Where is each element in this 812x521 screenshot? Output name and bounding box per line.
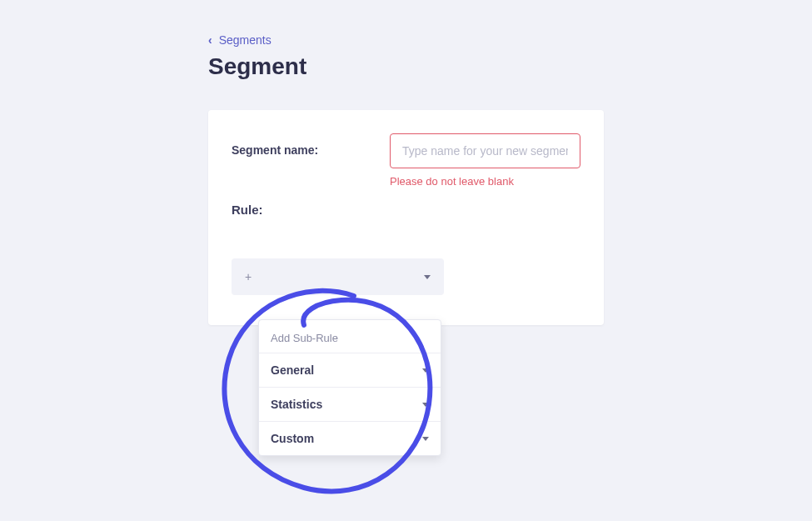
caret-down-icon (422, 403, 429, 407)
segment-name-input[interactable] (390, 133, 580, 168)
dropdown-item-statistics[interactable]: Statistics (259, 387, 441, 421)
chevron-left-icon: ‹ (208, 33, 212, 47)
caret-down-icon (422, 368, 429, 373)
dropdown-item-custom[interactable]: Custom (259, 421, 441, 455)
rule-label: Rule: (232, 203, 580, 217)
dropdown-header: Add Sub-Rule (259, 320, 441, 353)
dropdown-item-general[interactable]: General (259, 353, 441, 387)
breadcrumb-label: Segments (219, 33, 271, 47)
caret-down-icon (422, 437, 429, 441)
segment-name-error: Please do not leave blank (390, 175, 580, 188)
plus-icon: + (245, 270, 252, 283)
add-rule-dropdown-trigger[interactable]: + (232, 258, 444, 295)
sub-rule-dropdown-menu: Add Sub-Rule General Statistics Custom (258, 319, 441, 456)
caret-down-icon (424, 275, 431, 279)
segment-name-label: Segment name: (232, 133, 390, 157)
dropdown-item-label: Statistics (271, 398, 322, 411)
dropdown-item-label: General (271, 363, 314, 377)
segment-form-card: Segment name: Please do not leave blank … (208, 110, 604, 325)
dropdown-item-label: Custom (271, 432, 314, 445)
breadcrumb-back[interactable]: ‹ Segments (208, 33, 604, 47)
page-title: Segment (208, 53, 604, 80)
